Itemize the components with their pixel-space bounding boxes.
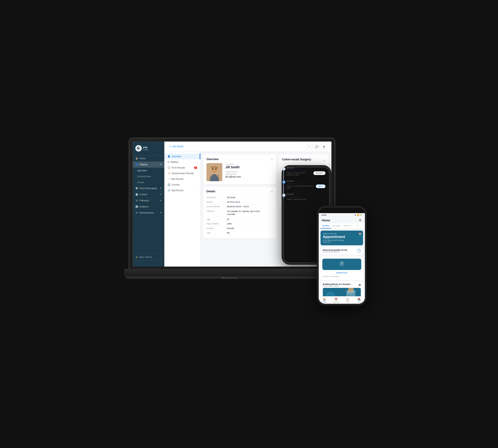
- phone-tab-about[interactable]: About Us: [342, 223, 352, 228]
- collapse-sidebar-icon[interactable]: ‹: [161, 262, 162, 265]
- building-image: [323, 288, 361, 296]
- svg-point-1: [138, 148, 139, 149]
- subnav-mailbox[interactable]: ✉ Mailbox ›: [164, 159, 200, 165]
- revert-button[interactable]: REVERT: [313, 171, 326, 175]
- comment-action-button[interactable]: 💬: [314, 144, 320, 149]
- quality-title: Measuring Quality of Life: [323, 249, 347, 251]
- timeline-trigger: Trigger: 2 weeks before Admission Date: [287, 172, 313, 176]
- subnav-task-results[interactable]: ✓ Task Results: [164, 176, 200, 182]
- messaging-icon: 💬: [135, 187, 138, 190]
- questionnaire-icon: 📝: [168, 172, 170, 175]
- phone-tab-refresh[interactable]: ↺: [352, 223, 363, 228]
- left-column: Overview ✏: [203, 155, 276, 264]
- phone-nav-forms[interactable]: 📋 Forms: [342, 298, 353, 303]
- sidebar-item-pathways[interactable]: ⚙ Pathways ▼: [133, 197, 164, 204]
- sidebar-item-patients[interactable]: 👤 Patients ▼: [133, 161, 164, 168]
- app-access-icon: 🔗: [168, 189, 170, 192]
- detail-row-mobile: Mobile 04 8713 0112: [206, 200, 273, 204]
- sidebar-item-app-users[interactable]: App Users: [133, 168, 164, 174]
- chevron-right-icon: ›: [197, 161, 197, 163]
- phone-content: Today is a key date! Appointment on the …: [319, 229, 365, 296]
- detail-value: 32: [227, 218, 229, 220]
- details-card-title: Details: [206, 190, 215, 193]
- status-icons: ▲ 📶 🔋: [355, 214, 362, 216]
- timeline-date: 30/12/20: [287, 193, 326, 195]
- featured-date: Featured on 08/09/2022: [322, 276, 361, 277]
- notch: [333, 208, 351, 211]
- svg-text:?: ?: [341, 262, 343, 266]
- right-content: Overview ✏: [201, 152, 331, 267]
- pep-logo-icon: [135, 145, 142, 152]
- logo-area: pep Health: [133, 142, 164, 155]
- phone-tab-messages[interactable]: Messages: [331, 223, 342, 228]
- sidebar-item-content[interactable]: 📄 Content ▼: [133, 192, 164, 197]
- detail-label: Full Name: [206, 196, 227, 199]
- sidebar-item-administration[interactable]: ⚙ Administration ▼: [133, 210, 164, 216]
- subnav-form-results[interactable]: 📋 Form Results 1: [164, 165, 200, 171]
- timeline-step-title: Waiting Period: [287, 183, 316, 185]
- timeline-dot: [283, 168, 285, 170]
- mobile-label: Mobile Number: [225, 171, 273, 173]
- help-icon[interactable]: ?: [357, 249, 361, 253]
- add-action-button[interactable]: +: [307, 144, 312, 149]
- next-button[interactable]: NEXT: [316, 184, 326, 188]
- svg-point-3: [211, 165, 218, 174]
- sidebar-item-archived-users[interactable]: Archived Users: [133, 174, 164, 179]
- detail-value: 04 8713 0112: [227, 201, 240, 203]
- details-card: Details ✏ Full Name Jill Smith: [203, 187, 276, 238]
- sidebar: pep Health 🏠 Home 👤 Patients ▼: [133, 142, 164, 267]
- analytics-icon: 📊: [135, 206, 138, 208]
- phone-nav-calendar[interactable]: 📅 Calendar: [330, 298, 342, 303]
- subnav-journey[interactable]: 🔄 Journey ›: [164, 182, 200, 188]
- delete-action-button[interactable]: 🗑: [321, 144, 327, 149]
- form-card: ? Submit Form Featured on 08/09/2022: [321, 256, 363, 280]
- email-label: Email Address: [225, 173, 273, 175]
- form-results-badge: 1: [194, 166, 197, 169]
- patients-icon: 👤: [135, 163, 138, 166]
- edit-overview-button[interactable]: ✏: [271, 158, 273, 161]
- chevron-down-icon: ▼: [160, 200, 162, 202]
- phone-nav-home[interactable]: 🏠 Home: [319, 298, 330, 303]
- back-button[interactable]: ‹ < Jill Smith: [169, 145, 183, 148]
- sidebar-item-direct-messaging[interactable]: 💬 Direct Messaging ▼: [133, 185, 164, 192]
- subnav-app-access[interactable]: 🔗 App Access: [164, 188, 200, 193]
- details-card-header: Details ✏: [206, 190, 273, 193]
- sidebar-item-home[interactable]: 🏠 Home: [133, 155, 164, 161]
- full-name-label: Full Name: [225, 163, 273, 165]
- settings-icon[interactable]: ⚙: [359, 218, 362, 222]
- home-icon: 🏠: [135, 157, 138, 160]
- detail-row-age: Age 32: [206, 217, 273, 222]
- content-area: 👤 Overview ✉ Mailbox › 📋 Form Results: [164, 152, 331, 267]
- detail-label: Address: [206, 210, 227, 216]
- building-title: Building Blocks of a Routine: [323, 283, 351, 285]
- edit-pathway-button[interactable]: ✏: [324, 160, 326, 162]
- appointment-title: Appointment: [323, 235, 361, 239]
- subnav-overview[interactable]: 👤 Overview: [164, 154, 200, 159]
- blocks-icon: ⊞: [358, 283, 361, 287]
- detail-row-email: Email Address 08/28/16 08:00 – 08.30: [206, 204, 273, 209]
- sidebar-footer[interactable]: 🔒 Brian Johnson ›: [133, 254, 164, 260]
- appointment-sub: on the Mental Health Pathway: [323, 240, 361, 241]
- overview-card-header: Overview ✏: [206, 158, 273, 161]
- building-card: Building Blocks of a Routine Mental Heal…: [321, 281, 363, 296]
- subnav-questionnaire[interactable]: 📝 Questionnaire Results: [164, 171, 200, 176]
- chevron-down-icon: ▼: [160, 187, 162, 189]
- svg-point-5: [215, 168, 217, 170]
- phone-nav-library[interactable]: 📚 Library: [353, 298, 365, 303]
- timeline-step-title: Pre-Operative: [287, 196, 326, 198]
- email-value: jill.s@net.com: [225, 175, 273, 178]
- phone-tab-timeline[interactable]: Timeline: [321, 223, 331, 228]
- phone-tabs: Timeline Messages About Us ↺: [319, 223, 365, 229]
- submit-form-button[interactable]: Submit Form: [322, 271, 361, 275]
- detail-label: Mobile: [206, 201, 227, 203]
- edit-details-button[interactable]: ✏: [271, 190, 273, 193]
- building-header: Building Blocks of a Routine Mental Heal…: [323, 283, 361, 287]
- quality-sub: Mental Health Pathway: [323, 251, 347, 253]
- detail-value: Female: [227, 227, 234, 229]
- sidebar-item-analytics[interactable]: 📊 Analytics: [133, 204, 164, 210]
- arrow-right-icon: ›: [161, 256, 162, 258]
- timeline-row: Surgical Indication Trigger: 2 weeks bef…: [287, 169, 326, 177]
- mailbox-icon: ✉: [168, 161, 169, 163]
- appointment-label: Today is a key date!: [323, 233, 361, 234]
- sidebar-item-groups[interactable]: Groups: [133, 179, 164, 185]
